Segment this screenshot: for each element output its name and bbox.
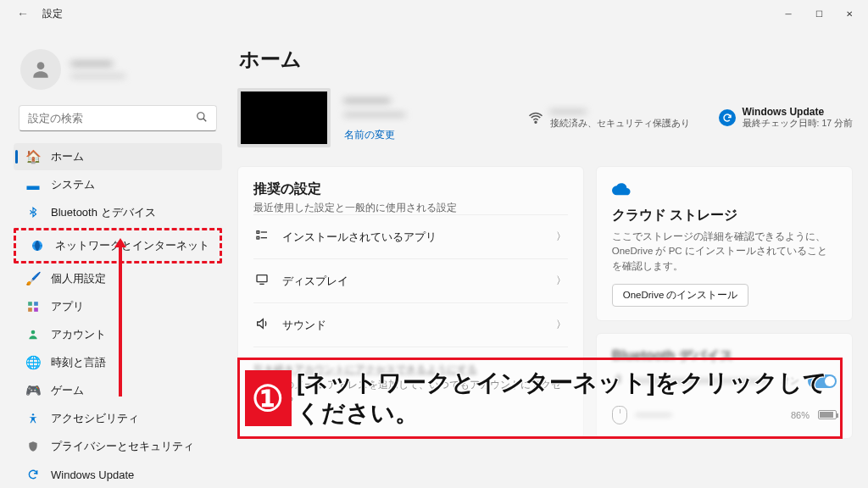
setting-label: インストールされているアプリ	[282, 230, 544, 245]
search-box[interactable]	[19, 105, 217, 131]
setting-row-installed-apps[interactable]: インストールされているアプリ 〉	[253, 214, 568, 258]
sidebar-item-system[interactable]: ▬ システム	[14, 171, 222, 198]
device-header-row: ━━━━━━ ━━━━━━━━━ 名前の変更 ━━━━━━ 接続済み、セキュリテ…	[237, 88, 853, 147]
pc-thumbnail	[237, 88, 331, 147]
window-title: 設定	[42, 7, 63, 21]
onedrive-install-button[interactable]: OneDrive のインストール	[612, 284, 749, 307]
recommended-title: 推奨の設定	[253, 180, 568, 198]
windows-update-block[interactable]: Windows Update 最終チェック日時: 17 分前	[719, 106, 853, 130]
sidebar-item-label: システム	[51, 177, 95, 192]
annotation-number: ①	[245, 370, 292, 426]
avatar	[20, 49, 61, 90]
maximize-button[interactable]: ☐	[804, 2, 834, 25]
annotation-arrow	[119, 246, 122, 396]
accessibility-icon	[25, 411, 41, 426]
svg-line-2	[203, 119, 207, 122]
page-title: ホーム	[239, 46, 853, 73]
system-icon: ▬	[25, 177, 41, 192]
rename-link[interactable]: 名前の変更	[344, 128, 405, 142]
chevron-right-icon: 〉	[556, 230, 566, 244]
sidebar-item-accessibility[interactable]: アクセシビリティ	[14, 405, 222, 432]
titlebar: ← 設定 ─ ☐ ✕	[0, 0, 868, 27]
close-button[interactable]: ✕	[834, 2, 865, 25]
sidebar-item-windows-update[interactable]: Windows Update	[14, 461, 222, 488]
wifi-ssid: ━━━━━━	[550, 106, 690, 118]
svg-point-9	[535, 121, 537, 123]
svg-rect-6	[34, 308, 38, 312]
cloud-title: クラウド ストレージ	[612, 207, 837, 225]
sidebar-item-gaming[interactable]: 🎮 ゲーム	[14, 377, 222, 404]
search-input[interactable]	[28, 112, 196, 125]
svg-point-7	[31, 330, 36, 335]
personalization-icon: 🖌️	[25, 271, 41, 286]
chevron-right-icon: 〉	[556, 318, 566, 332]
cloud-desc: ここでストレージの詳細を確認できるように、OneDrive が PC にインスト…	[612, 230, 837, 274]
sidebar-item-label: ホーム	[51, 149, 84, 164]
svg-rect-10	[257, 231, 259, 234]
sidebar-item-label: ネットワークとインターネット	[55, 238, 209, 253]
time-language-icon: 🌐	[25, 355, 41, 370]
pc-model: ━━━━━━━━━	[344, 108, 405, 121]
windows-update-icon	[25, 467, 41, 482]
apps-list-icon	[255, 229, 270, 245]
update-icon	[719, 109, 736, 126]
person-icon	[30, 58, 52, 80]
cloud-storage-card: クラウド ストレージ ここでストレージの詳細を確認できるように、OneDrive…	[596, 166, 853, 321]
pc-info: ━━━━━━ ━━━━━━━━━ 名前の変更	[344, 93, 405, 142]
user-text: ━━━━━━ ━━━━━━━━━	[71, 57, 125, 82]
network-icon	[30, 238, 45, 253]
sidebar: ━━━━━━ ━━━━━━━━━ 🏠 ホーム ▬ システム	[0, 27, 229, 488]
sidebar-item-label: Windows Update	[51, 469, 134, 481]
search-icon	[196, 111, 208, 125]
sidebar-item-time-language[interactable]: 🌐 時刻と言語	[14, 349, 222, 376]
wifi-status-text: 接続済み、セキュリティ保護あり	[550, 118, 690, 130]
setting-row-display[interactable]: ディスプレイ 〉	[253, 258, 568, 302]
wu-status: 最終チェック日時: 17 分前	[743, 118, 853, 130]
sidebar-item-home[interactable]: 🏠 ホーム	[14, 143, 222, 170]
back-icon[interactable]: ←	[17, 7, 29, 20]
sidebar-item-label: 時刻と言語	[51, 355, 106, 370]
svg-rect-4	[34, 302, 38, 306]
sidebar-item-accounts[interactable]: アカウント	[14, 321, 222, 348]
annotation-text: [ネットワークとインターネット]をクリックしてください。	[297, 368, 840, 430]
user-block[interactable]: ━━━━━━ ━━━━━━━━━	[14, 30, 222, 105]
window-controls: ─ ☐ ✕	[773, 2, 865, 25]
gaming-icon: 🎮	[25, 383, 41, 398]
svg-point-1	[198, 113, 204, 119]
pc-name: ━━━━━━	[344, 93, 405, 108]
sidebar-item-label: アカウント	[51, 327, 106, 342]
svg-rect-3	[28, 302, 32, 306]
display-icon	[255, 273, 270, 289]
minimize-button[interactable]: ─	[773, 2, 804, 25]
svg-rect-11	[257, 236, 259, 239]
wu-title: Windows Update	[743, 106, 853, 118]
sidebar-item-label: Bluetooth とデバイス	[51, 205, 156, 220]
sound-icon	[255, 317, 270, 333]
recommended-subtitle: 最近使用した設定と一般的に使用される設定	[253, 202, 568, 214]
setting-row-sound[interactable]: サウンド 〉	[253, 302, 568, 347]
sidebar-item-label: 個人用設定	[51, 271, 106, 286]
user-name: ━━━━━━	[71, 57, 125, 70]
svg-rect-5	[28, 308, 32, 312]
user-email: ━━━━━━━━━	[71, 70, 125, 82]
wifi-icon	[528, 110, 543, 125]
sidebar-item-label: アクセシビリティ	[51, 411, 139, 426]
privacy-icon	[25, 439, 41, 454]
sidebar-item-label: ゲーム	[51, 383, 84, 398]
cloud-icon	[612, 180, 837, 200]
accounts-icon	[25, 327, 41, 342]
setting-label: サウンド	[282, 318, 544, 333]
wifi-status-block[interactable]: ━━━━━━ 接続済み、セキュリティ保護あり	[528, 106, 690, 130]
sidebar-item-apps[interactable]: アプリ	[14, 293, 222, 320]
home-icon: 🏠	[25, 149, 41, 164]
sidebar-item-label: アプリ	[51, 299, 84, 314]
svg-rect-14	[257, 275, 267, 282]
sidebar-item-personalization[interactable]: 🖌️ 個人用設定	[14, 265, 222, 292]
svg-point-0	[37, 62, 45, 69]
annotation-callout: ① [ネットワークとインターネット]をクリックしてください。	[237, 358, 843, 439]
chevron-right-icon: 〉	[556, 274, 566, 288]
sidebar-item-privacy[interactable]: プライバシーとセキュリティ	[14, 433, 222, 460]
sidebar-item-bluetooth[interactable]: Bluetooth とデバイス	[14, 199, 222, 226]
setting-label: ディスプレイ	[282, 274, 544, 289]
bluetooth-icon	[25, 205, 41, 220]
